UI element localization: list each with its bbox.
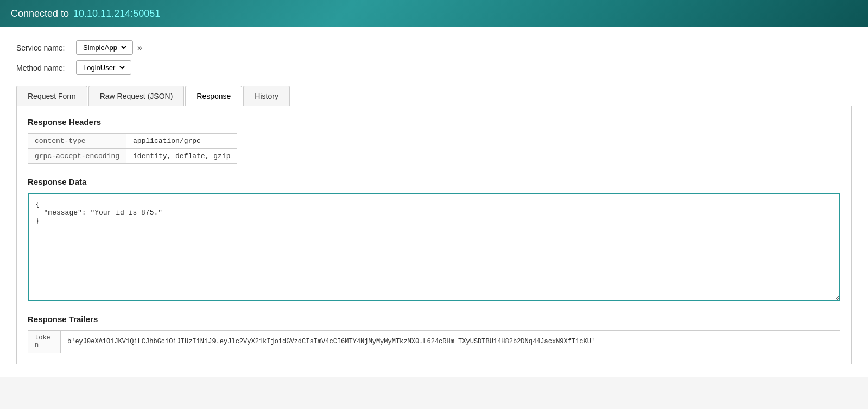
response-headers-heading: Response Headers: [28, 117, 840, 127]
header-bar: Connected to 10.10.11.214:50051: [0, 0, 868, 27]
selectors-area: Service name: SimpleApp » Method name: L…: [16, 40, 852, 75]
service-dropdown[interactable]: SimpleApp: [76, 40, 133, 55]
method-select[interactable]: LoginUser: [81, 63, 126, 72]
table-row: content-typeapplication/grpc: [28, 134, 237, 149]
double-arrow-icon[interactable]: »: [137, 43, 142, 53]
response-data-heading: Response Data: [28, 177, 840, 186]
tab-raw-request[interactable]: Raw Request (JSON): [88, 86, 185, 106]
content-panel: Response Headers content-typeapplication…: [16, 106, 852, 364]
response-headers-table: content-typeapplication/grpcgrpc-accept-…: [28, 133, 237, 164]
service-select[interactable]: SimpleApp: [81, 43, 128, 52]
service-row: Service name: SimpleApp »: [16, 40, 852, 55]
response-trailers-table: tokenb'eyJ0eXAiOiJKV1QiLCJhbGciOiJIUzI1N…: [28, 330, 840, 353]
tab-response[interactable]: Response: [185, 86, 242, 106]
header-value: identity, deflate, gzip: [126, 149, 237, 164]
table-row: grpc-accept-encodingidentity, deflate, g…: [28, 149, 237, 164]
method-label: Method name:: [16, 64, 76, 72]
header-value: application/grpc: [126, 134, 237, 149]
header-key: grpc-accept-encoding: [28, 149, 126, 164]
main-content: Service name: SimpleApp » Method name: L…: [0, 27, 868, 377]
header-key: content-type: [28, 134, 126, 149]
method-row: Method name: LoginUser: [16, 60, 852, 75]
method-dropdown[interactable]: LoginUser: [76, 60, 131, 75]
connected-label: Connected to: [11, 8, 69, 20]
trailer-key: token: [28, 331, 61, 353]
tab-history[interactable]: History: [243, 86, 290, 106]
table-row: tokenb'eyJ0eXAiOiJKV1QiLCJhbGciOiJIUzI1N…: [28, 331, 840, 353]
tabs-row: Request Form Raw Request (JSON) Response…: [16, 86, 852, 106]
tab-request-form[interactable]: Request Form: [16, 86, 87, 106]
response-data-content[interactable]: { "message": "Your id is 875." }: [28, 193, 840, 301]
server-address: 10.10.11.214:50051: [73, 8, 160, 20]
service-label: Service name:: [16, 43, 76, 52]
trailer-value: b'eyJ0eXAiOiJKV1QiLCJhbGciOiJIUzI1NiJ9.e…: [61, 331, 840, 353]
response-trailers-heading: Response Trailers: [28, 314, 840, 324]
